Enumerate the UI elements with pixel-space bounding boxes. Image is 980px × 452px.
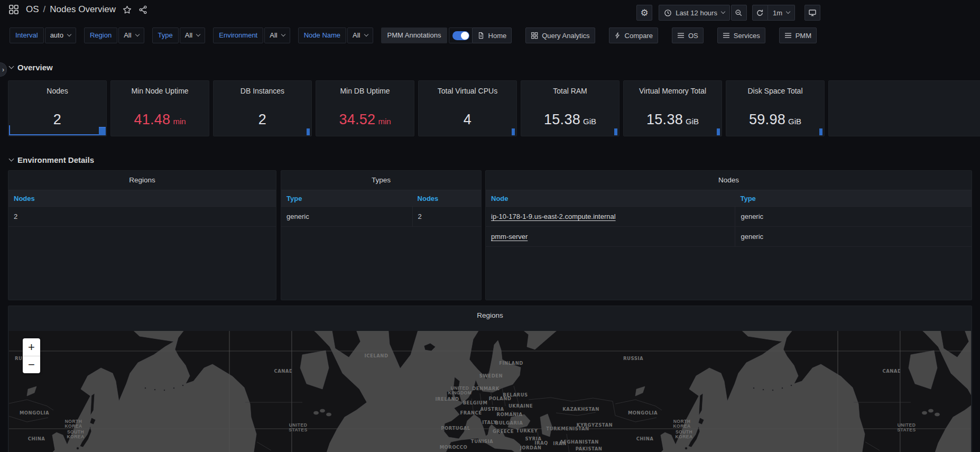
cycle-view-mode-button[interactable]	[805, 5, 820, 21]
stat-panel-virtual-memory-total: Virtual Memory Total 15.38GiB	[623, 80, 722, 136]
column-header[interactable]: Type	[281, 195, 412, 202]
link-query-analytics[interactable]: Query Analytics	[525, 27, 595, 43]
stat-value: 59.98GiB	[726, 112, 824, 128]
node-name-dropdown[interactable]: All	[347, 27, 373, 43]
type-dropdown[interactable]: All	[180, 27, 205, 43]
stat-panel-min-db-uptime: Min DB Uptime 34.52min	[316, 80, 414, 136]
panel-title[interactable]: Regions	[8, 306, 972, 325]
section-overview[interactable]: Overview	[10, 59, 53, 75]
section-title: Overview	[17, 63, 53, 72]
link-pmm[interactable]: PMM	[779, 27, 817, 43]
panel-title[interactable]: Total RAM	[521, 87, 619, 95]
stat-panel-cropped	[828, 80, 980, 136]
breadcrumb-folder[interactable]: OS	[26, 4, 39, 15]
filter-label: Interval	[10, 27, 44, 43]
zoom-in-button[interactable]: +	[23, 338, 40, 356]
link-services[interactable]: Services	[717, 27, 765, 43]
apps-grid-icon[interactable]	[8, 4, 19, 15]
breadcrumb-dashboard-title[interactable]: Nodes Overview	[50, 4, 116, 15]
section-title: Environment Details	[17, 155, 94, 164]
table-panel-nodes: Nodes Node Type ip-10-178-1-9.us-east-2.…	[485, 170, 972, 300]
stat-value: 41.48min	[111, 112, 209, 128]
interval-dropdown[interactable]: auto	[45, 27, 76, 43]
panel-title[interactable]: Nodes	[486, 171, 972, 190]
chevron-down-icon	[67, 32, 71, 36]
top-nav: OS / Nodes Overview ⚙	[0, 0, 980, 24]
column-header[interactable]: Nodes	[8, 195, 276, 202]
stat-value: 2	[214, 112, 311, 128]
star-icon[interactable]	[123, 5, 132, 14]
panel-title[interactable]: Total Virtual CPUs	[419, 87, 516, 95]
sparkline	[614, 128, 617, 135]
filter-label: Type	[152, 27, 179, 43]
stat-value: 34.52min	[316, 112, 414, 128]
table-row: ip-10-178-1-9.us-east-2.compute.internal…	[486, 207, 972, 227]
sparkline	[9, 134, 106, 135]
filter-label: Region	[84, 27, 117, 43]
table-cell: pmm-server	[486, 227, 735, 246]
link-compare[interactable]: Compare	[609, 27, 658, 43]
dashboard-settings-button[interactable]: ⚙	[636, 5, 652, 21]
panel-title[interactable]: Min Node Uptime	[111, 87, 209, 95]
time-range-picker[interactable]: Last 12 hours	[659, 5, 730, 21]
panel-title[interactable]: Nodes	[8, 87, 106, 95]
breadcrumb[interactable]: OS / Nodes Overview	[26, 4, 116, 15]
table-row: 2	[8, 207, 276, 227]
panel-title[interactable]: Disk Space Total	[726, 87, 824, 95]
refresh-interval-dropdown[interactable]: 1m	[768, 5, 795, 21]
filter-bar: Interval auto Region All Type All Enviro…	[10, 27, 473, 43]
column-header[interactable]: Nodes	[412, 195, 481, 202]
chevron-down-icon	[9, 156, 14, 161]
share-icon[interactable]	[138, 5, 147, 14]
link-os[interactable]: OS	[672, 27, 704, 43]
menu-icon	[784, 32, 792, 39]
link-home[interactable]: Home	[472, 27, 512, 43]
map-panel-regions: Regions	[8, 306, 972, 452]
refresh-interval-label: 1m	[773, 9, 782, 17]
panel-title[interactable]: DB Instances	[214, 87, 311, 95]
sidebar-expand-tab[interactable]: ›	[0, 62, 7, 77]
map-zoom-control: + −	[23, 338, 40, 373]
chevron-down-icon	[196, 32, 200, 36]
gear-icon: ⚙	[641, 7, 649, 18]
table-header-row: Nodes	[8, 190, 276, 207]
panel-title[interactable]: Min DB Uptime	[316, 87, 414, 95]
table-header-row: Type Nodes	[281, 190, 481, 207]
sparkline	[512, 128, 515, 135]
time-range-label: Last 12 hours	[676, 9, 717, 17]
stat-panel-disk-space-total: Disk Space Total 59.98GiB	[726, 80, 825, 136]
breadcrumb-separator: /	[43, 4, 46, 15]
filter-label: Environment	[213, 27, 263, 43]
column-header[interactable]: Type	[735, 195, 972, 202]
pmm-annotations-label: PMM Annotations	[381, 27, 448, 43]
table-cell: generic	[735, 227, 972, 246]
panel-title[interactable]: Regions	[8, 171, 276, 190]
zoom-out-button[interactable]: −	[23, 356, 40, 373]
environment-dropdown[interactable]: All	[264, 27, 290, 43]
stat-panel-total-ram: Total RAM 15.38GiB	[521, 80, 620, 136]
panel-title[interactable]: Types	[281, 171, 481, 190]
zoom-out-time-button[interactable]	[731, 5, 747, 21]
table-panel-types: Types Type Nodes generic 2	[281, 170, 482, 300]
pmm-annotations-toggle[interactable]	[449, 27, 473, 43]
stat-panel-min-node-uptime: Min Node Uptime 41.48min	[110, 80, 209, 136]
section-environment-details[interactable]: Environment Details	[10, 152, 94, 168]
sparkline	[99, 127, 106, 135]
panel-title[interactable]: Virtual Memory Total	[624, 87, 722, 95]
column-header[interactable]: Node	[486, 195, 735, 202]
chevron-down-icon	[9, 63, 14, 69]
clock-icon	[664, 9, 672, 17]
region-dropdown[interactable]: All	[118, 27, 144, 43]
grid-icon	[531, 32, 538, 39]
node-link[interactable]: pmm-server	[491, 233, 528, 241]
chevron-right-icon: ›	[2, 66, 4, 73]
table-cell: generic	[735, 207, 972, 226]
stat-panel-db-instances: DB Instances 2	[213, 80, 312, 136]
node-link[interactable]: ip-10-178-1-9.us-east-2.compute.internal	[491, 213, 616, 220]
monitor-icon	[808, 8, 817, 17]
menu-icon	[677, 32, 685, 39]
table-cell: ip-10-178-1-9.us-east-2.compute.internal	[486, 207, 735, 226]
refresh-button[interactable]	[752, 5, 768, 21]
toggle-switch	[452, 31, 469, 40]
world-map-canvas[interactable]: RUSSIAKAZAKHSTANKYRGYZSTANTURKMENISTANAF…	[9, 331, 971, 452]
